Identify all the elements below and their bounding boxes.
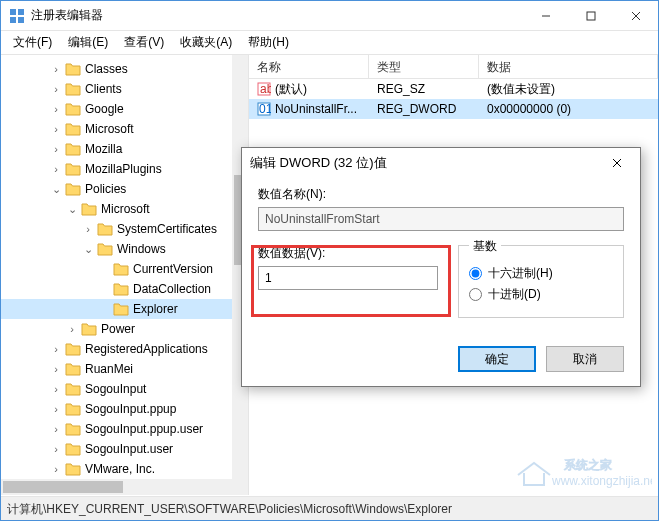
watermark: 系统之家 www.xitongzhijia.net xyxy=(512,451,652,494)
chevron-right-icon[interactable]: › xyxy=(81,223,95,235)
folder-icon xyxy=(65,82,81,96)
list-row[interactable]: ab(默认)REG_SZ(数值未设置) xyxy=(249,79,658,99)
chevron-right-icon[interactable]: › xyxy=(49,123,63,135)
tree-item[interactable]: ›SogouInput.ppup xyxy=(1,399,248,419)
col-name[interactable]: 名称 xyxy=(249,55,369,78)
base-legend: 基数 xyxy=(469,238,501,255)
tree-item[interactable]: ⌄Windows xyxy=(1,239,248,259)
chevron-right-icon[interactable]: › xyxy=(49,403,63,415)
menu-edit[interactable]: 编辑(E) xyxy=(60,31,116,54)
tree-item[interactable]: ›VMware, Inc. xyxy=(1,459,248,479)
tree-item-label: SogouInput.ppup xyxy=(85,402,176,416)
chevron-right-icon[interactable]: › xyxy=(65,323,79,335)
statusbar: 计算机\HKEY_CURRENT_USER\SOFTWARE\Policies\… xyxy=(1,496,658,520)
tree-item-label: SogouInput xyxy=(85,382,146,396)
folder-icon xyxy=(113,262,129,276)
dialog-close-button[interactable] xyxy=(602,149,632,177)
tree-item-label: Microsoft xyxy=(85,122,134,136)
tree-scrollbar-h[interactable] xyxy=(1,479,232,495)
tree-item[interactable]: ›Classes xyxy=(1,59,248,79)
tree-item-label: Power xyxy=(101,322,135,336)
chevron-right-icon[interactable]: › xyxy=(49,383,63,395)
maximize-button[interactable] xyxy=(568,1,613,30)
tree-item[interactable]: DataCollection xyxy=(1,279,248,299)
tree-item-label: RuanMei xyxy=(85,362,133,376)
tree-item-label: VMware, Inc. xyxy=(85,462,155,476)
folder-icon xyxy=(81,202,97,216)
tree-item[interactable]: ›RegisteredApplications xyxy=(1,339,248,359)
ok-button[interactable]: 确定 xyxy=(458,346,536,372)
tree-item-label: CurrentVersion xyxy=(133,262,213,276)
folder-icon xyxy=(65,462,81,476)
col-type[interactable]: 类型 xyxy=(369,55,479,78)
tree-item[interactable]: ›SystemCertificates xyxy=(1,219,248,239)
chevron-right-icon[interactable]: › xyxy=(49,83,63,95)
base-fieldset: 基数 十六进制(H) 十进制(D) xyxy=(458,245,624,318)
minimize-button[interactable] xyxy=(523,1,568,30)
chevron-right-icon[interactable]: › xyxy=(49,63,63,75)
svg-text:011: 011 xyxy=(259,102,271,116)
tree-item[interactable]: ›SogouInput.ppup.user xyxy=(1,419,248,439)
tree-item[interactable]: ›Clients xyxy=(1,79,248,99)
menu-file[interactable]: 文件(F) xyxy=(5,31,60,54)
titlebar: 注册表编辑器 xyxy=(1,1,658,31)
tree-item-label: SogouInput.user xyxy=(85,442,173,456)
menu-help[interactable]: 帮助(H) xyxy=(240,31,297,54)
menubar: 文件(F) 编辑(E) 查看(V) 收藏夹(A) 帮助(H) xyxy=(1,31,658,55)
chevron-right-icon[interactable]: › xyxy=(49,463,63,475)
value-name-label: 数值名称(N): xyxy=(258,186,624,203)
folder-icon xyxy=(65,182,81,196)
tree-item-label: Clients xyxy=(85,82,122,96)
value-data-field[interactable] xyxy=(258,266,438,290)
chevron-down-icon[interactable]: ⌄ xyxy=(49,183,63,196)
tree-item[interactable]: ›RuanMei xyxy=(1,359,248,379)
tree-item[interactable]: ›SogouInput.user xyxy=(1,439,248,459)
tree-item[interactable]: Explorer xyxy=(1,299,248,319)
chevron-right-icon[interactable]: › xyxy=(49,103,63,115)
folder-icon xyxy=(65,122,81,136)
radix-hex-radio[interactable]: 十六进制(H) xyxy=(469,265,613,282)
chevron-right-icon[interactable]: › xyxy=(49,363,63,375)
menu-view[interactable]: 查看(V) xyxy=(116,31,172,54)
tree-item[interactable]: ›Google xyxy=(1,99,248,119)
folder-icon xyxy=(97,242,113,256)
dialog-titlebar[interactable]: 编辑 DWORD (32 位)值 xyxy=(242,148,640,178)
chevron-right-icon[interactable]: › xyxy=(49,343,63,355)
chevron-down-icon[interactable]: ⌄ xyxy=(81,243,95,256)
value-type: REG_DWORD xyxy=(369,100,479,118)
value-type: REG_SZ xyxy=(369,80,479,98)
cancel-button[interactable]: 取消 xyxy=(546,346,624,372)
chevron-right-icon[interactable]: › xyxy=(49,143,63,155)
tree-item[interactable]: ›SogouInput xyxy=(1,379,248,399)
tree-item[interactable]: ›Mozilla xyxy=(1,139,248,159)
chevron-right-icon[interactable]: › xyxy=(49,423,63,435)
tree-item[interactable]: ⌄Policies xyxy=(1,179,248,199)
tree-item-label: Policies xyxy=(85,182,126,196)
tree-item[interactable]: ›MozillaPlugins xyxy=(1,159,248,179)
tree-item-label: Google xyxy=(85,102,124,116)
tree-item[interactable]: ›Power xyxy=(1,319,248,339)
radix-dec-radio[interactable]: 十进制(D) xyxy=(469,286,613,303)
chevron-down-icon[interactable]: ⌄ xyxy=(65,203,79,216)
tree-item[interactable]: CurrentVersion xyxy=(1,259,248,279)
folder-icon xyxy=(65,62,81,76)
chevron-right-icon[interactable]: › xyxy=(49,443,63,455)
list-row[interactable]: 011NoUninstallFr...REG_DWORD0x00000000 (… xyxy=(249,99,658,119)
svg-text:ab: ab xyxy=(260,82,271,96)
tree-item[interactable]: ›Microsoft xyxy=(1,119,248,139)
tree[interactable]: ›Classes›Clients›Google›Microsoft›Mozill… xyxy=(1,55,248,495)
value-name: NoUninstallFr... xyxy=(275,102,357,116)
folder-icon xyxy=(65,442,81,456)
folder-icon xyxy=(65,422,81,436)
chevron-right-icon[interactable]: › xyxy=(49,163,63,175)
value-data-label: 数值数据(V): xyxy=(258,245,438,262)
folder-icon xyxy=(65,162,81,176)
close-button[interactable] xyxy=(613,1,658,30)
tree-item-label: MozillaPlugins xyxy=(85,162,162,176)
menu-favorites[interactable]: 收藏夹(A) xyxy=(172,31,240,54)
value-name-field[interactable] xyxy=(258,207,624,231)
svg-rect-3 xyxy=(18,17,24,23)
dword-value-icon: 011 xyxy=(257,102,271,116)
col-data[interactable]: 数据 xyxy=(479,55,658,78)
tree-item[interactable]: ⌄Microsoft xyxy=(1,199,248,219)
